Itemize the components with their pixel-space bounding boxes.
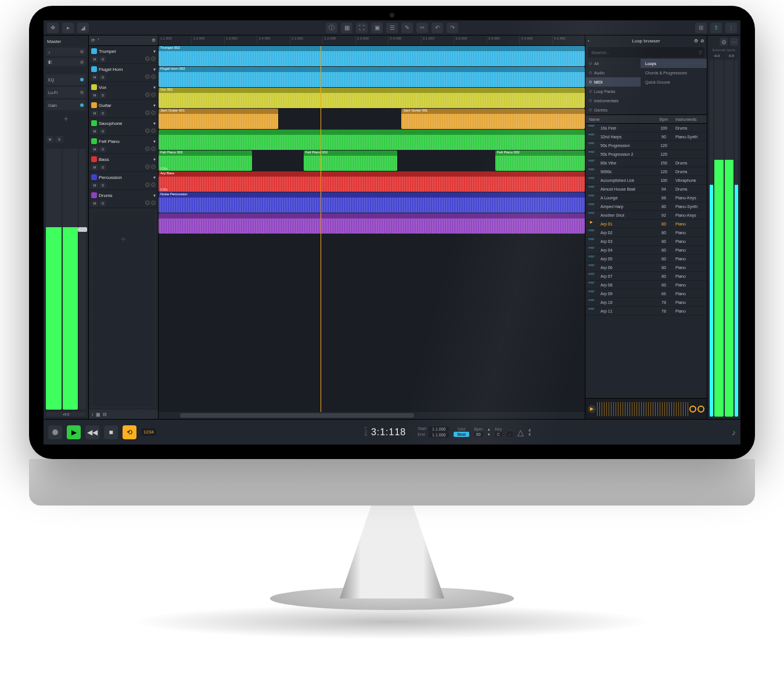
track-row[interactable]: Drums▾MS [89,190,158,208]
add-track-button[interactable]: + [91,210,156,407]
audio-clip[interactable]: Noise Percussion [159,192,585,213]
cut-icon[interactable]: ✂ [416,23,428,33]
record-button[interactable] [48,425,62,439]
horizontal-scrollbar[interactable] [159,412,585,419]
master-solo-button[interactable]: S [55,136,63,143]
lofi-insert[interactable]: Lo-Fi [46,87,86,98]
volume-knob[interactable] [151,56,156,61]
pan-knob[interactable] [145,146,150,151]
pan-knob[interactable] [145,128,150,133]
track-lane[interactable]: Jazz Guitar 001Jazz Guitar 001 [159,109,585,130]
preview-volume-knob[interactable] [689,406,696,413]
notes-icon[interactable]: ♪ [732,428,736,437]
browser-back-icon[interactable]: ‹ [588,38,589,44]
track-row[interactable]: Percussion▾MS [89,172,158,190]
playhead[interactable] [321,46,321,412]
redo-icon[interactable]: ↷ [447,23,458,33]
loop-start-field[interactable]: 1.1.000 [429,426,449,432]
audio-clip[interactable]: Felt Piano 0020.50x [159,150,252,171]
track-solo-button[interactable]: S [99,182,106,188]
time-ruler[interactable]: 1.1.0001.2.0001.3.0001.4.0002.1.0002.2.0… [159,35,585,46]
eq-insert[interactable]: EQ [46,74,86,85]
volume-knob[interactable] [151,164,156,169]
preview-loop-knob[interactable] [697,406,704,413]
track-mute-button[interactable]: M [91,110,98,116]
track-row[interactable]: Vox▾MS [89,82,158,100]
track-row[interactable]: Bass▾MS [89,154,158,172]
clip-lane-area[interactable]: Trumpet 002Flugel Horn 002Vox 001Jazz Gu… [159,46,585,412]
track-mute-button[interactable]: M [91,74,98,80]
loop-row[interactable]: midArp 0780Piano [585,272,707,281]
track-lane[interactable]: Arp Bass0.50x [159,171,585,192]
pan-knob[interactable] [145,164,150,169]
undo-icon[interactable]: ↶ [431,23,443,33]
track-solo-button[interactable]: S [99,74,106,80]
track-lane[interactable]: Noise Percussion [159,192,585,213]
track-expand-icon[interactable]: ▾ [153,49,156,54]
loop-row[interactable]: mid80s Vibe150Drums [585,159,707,167]
pan-knob[interactable] [145,200,150,205]
loop-row[interactable]: midArp 0380Piano [585,237,707,246]
bpm-up-icon[interactable]: ▴ [488,427,490,432]
track-lane[interactable]: Flugel Horn 002 [159,67,585,88]
share-icon[interactable]: ⇪ [710,23,722,33]
pointer-tool-icon[interactable]: ▸ [62,23,74,33]
track-mute-button[interactable]: M [91,92,98,98]
track-mute-button[interactable]: M [91,128,98,134]
time-position-display[interactable]: LIVE 3:1:118 [364,427,406,438]
loop-row[interactable]: midArp 0280Piano [585,228,707,237]
pan-knob[interactable] [145,110,150,115]
loop-row[interactable]: midAlmost House Beat94Drums [585,185,707,193]
track-expand-icon[interactable]: ▾ [153,139,156,144]
mixer-icon[interactable]: ⊞ [695,23,707,33]
track-mute-button[interactable]: M [91,164,98,170]
audio-clip[interactable]: Felt Piano 002 [304,150,397,171]
loop-button[interactable]: ⟲ [123,425,136,439]
meters-more-icon[interactable]: ⋯ [730,38,738,46]
info-icon[interactable]: ⓘ [326,23,337,33]
track-settings-icon[interactable]: ⚙ [152,38,156,43]
loop-row[interactable]: mid16s Feel109Drums [585,124,707,132]
meters-settings-icon[interactable]: ⚙ [720,38,728,46]
track-solo-button[interactable]: S [99,110,106,116]
loop-end-field[interactable]: 1.1.000 [429,432,449,438]
audio-clip[interactable] [159,213,585,234]
volume-knob[interactable] [151,128,156,133]
collapse-icon[interactable]: ⊟ [103,412,107,417]
pan-knob[interactable] [145,56,150,61]
browser-category[interactable]: ◇MIDI [585,77,641,87]
volume-knob[interactable] [151,74,156,79]
rewind-button[interactable]: ◀◀ [85,425,99,439]
pan-knob[interactable] [145,74,150,79]
loop-row[interactable]: midArp 0880Piano [585,281,707,289]
scrollbar-thumb[interactable] [180,413,415,418]
list-icon[interactable]: ☰ [386,23,398,33]
play-button[interactable]: ▶ [67,425,81,439]
loop-row[interactable]: mid32nd Harps90Piano-Synth [585,132,707,141]
track-lane[interactable] [159,213,585,234]
track-solo-button[interactable]: S [99,92,106,98]
audio-clip[interactable]: Trumpet 002 [159,46,585,66]
track-lane[interactable] [159,130,585,150]
track-row[interactable]: Felt Piano▾MS [89,136,158,154]
bpm-down-icon[interactable]: ▾ [488,432,490,437]
track-lane[interactable]: Vox 001 [159,88,585,109]
loop-row[interactable]: midArp 0680Piano [585,263,707,272]
audio-clip[interactable] [159,130,585,150]
browser-close-icon[interactable]: ⊘ [700,38,704,44]
volume-knob[interactable] [151,146,156,151]
audio-clip[interactable]: Felt Piano 002 [495,150,585,171]
audio-clip[interactable]: Vox 001 [159,88,585,108]
track-lane[interactable]: Felt Piano 0020.50xFelt Piano 002Felt Pi… [159,150,585,171]
tempo-track-icon[interactable]: ⟳ [91,38,95,43]
bpm-field[interactable]: 80 [474,432,483,437]
snap-field[interactable]: - [507,432,513,437]
loop-row[interactable]: ▶Arp 0180Piano [585,220,707,228]
pan-knob[interactable] [145,182,150,187]
gain-insert[interactable]: Gain [46,100,86,110]
count-in-button[interactable]: 1234 [141,428,156,436]
grid-icon[interactable]: ▦ [341,23,353,33]
audio-clip[interactable]: Jazz Guitar 001 [401,109,585,129]
track-solo-button[interactable]: S [99,164,106,170]
loop-row[interactable]: mid9090s120Drums [585,167,707,176]
